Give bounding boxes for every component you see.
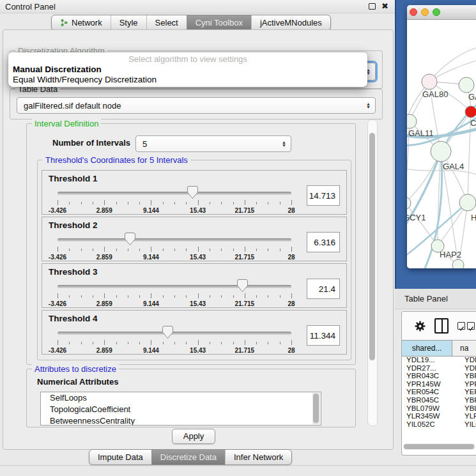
table-row[interactable]: YIL052C YIL0 (402, 420, 476, 428)
table-data-group: Table Data galFiltered.sif default node … (10, 89, 383, 119)
split-columns-icon[interactable] (434, 318, 449, 334)
threshold-slider[interactable]: -3.4262.8599.14415.4321.71528 (58, 234, 291, 259)
table-row[interactable]: YPR145W YPR1 (402, 380, 476, 388)
slider-tick (151, 293, 151, 298)
intervals-combo[interactable]: 5 ▲▼ (135, 135, 291, 152)
thresholds-group: Threshold's Coordinates for 5 Intervals … (37, 160, 351, 360)
close-traffic-light[interactable] (410, 8, 417, 16)
tab-discretize-data[interactable]: Discretize Data (151, 450, 225, 464)
slider-track[interactable] (58, 238, 291, 242)
column-header-shared-name[interactable]: shared... (402, 341, 452, 356)
slider-tick (163, 249, 164, 251)
table-row[interactable]: YBL079W YBL0 (402, 404, 476, 413)
tab-jactivemnodules[interactable]: jActiveMNodules (251, 15, 330, 30)
slider-track[interactable] (58, 285, 291, 288)
threshold-panel: Threshold 4 -3.4262.8599.14415.4321.7152… (42, 310, 347, 355)
threshold-value-input[interactable] (307, 185, 340, 206)
table-row[interactable]: YBR043C YBR0 (402, 372, 476, 380)
tab-style[interactable]: Style (111, 15, 146, 30)
cell-shared-name[interactable]: YBL079W (402, 404, 457, 413)
close-icon[interactable]: ✖ (381, 2, 388, 10)
slider-tick (233, 295, 234, 298)
cell-shared-name[interactable]: YBR045C (402, 396, 457, 404)
slider-thumb[interactable] (125, 233, 135, 248)
attribute-list-item[interactable]: BetweennessCentrality (41, 415, 321, 426)
float-window-icon[interactable] (369, 3, 376, 10)
slider-thumb[interactable] (162, 326, 173, 341)
table-row[interactable]: YLR345W YLR3 (402, 412, 476, 420)
network-node[interactable] (459, 77, 474, 93)
network-node[interactable] (422, 74, 437, 89)
table-row[interactable]: YDR27... YDR2 (402, 364, 476, 372)
zoom-traffic-light[interactable] (433, 8, 440, 16)
slider-tick (233, 249, 234, 251)
cell-shared-name[interactable]: YLR345W (402, 412, 457, 420)
threshold-slider[interactable]: -3.4262.8599.14415.4321.71528 (58, 280, 291, 306)
table-row[interactable]: YDL19... YDL1 (402, 356, 476, 364)
checkbox-icon[interactable] (457, 322, 465, 330)
dropdown-option-manual[interactable]: Manual Discretization (8, 64, 367, 74)
cell-shared-name[interactable]: YPR145W (402, 380, 457, 388)
threshold-value-input[interactable] (307, 232, 340, 252)
tab-infer-network[interactable]: Infer Network (225, 450, 291, 464)
cell-name[interactable]: YIL0 (457, 420, 476, 428)
table-row[interactable]: YBR045C YBR0 (402, 396, 476, 404)
threshold-slider[interactable]: -3.4262.8599.14415.4321.71528 (58, 327, 291, 353)
cell-shared-name[interactable]: YDL19... (402, 356, 457, 364)
slider-tick (268, 202, 268, 204)
network-node[interactable] (407, 197, 411, 210)
table-data-combo[interactable]: galFiltered.sif default node ▲▼ (17, 97, 376, 114)
table-row[interactable]: YER054C YER0 (402, 388, 476, 396)
apply-button[interactable]: Apply (172, 429, 215, 444)
cell-name[interactable]: YDR2 (457, 364, 476, 372)
cell-name[interactable]: YLR3 (457, 412, 476, 420)
table-hscrollbar-thumb[interactable] (404, 444, 474, 449)
slider-tick (280, 202, 280, 204)
cell-shared-name[interactable]: YBR043C (402, 372, 457, 380)
slider-track[interactable] (58, 192, 291, 195)
gear-icon[interactable] (415, 321, 426, 332)
panel-scrollbar-thumb[interactable] (369, 133, 375, 360)
slider-tick (291, 340, 292, 345)
attribute-list-item[interactable]: TopologicalCoefficient (41, 404, 321, 415)
tab-impute-data[interactable]: Impute Data (89, 450, 151, 464)
slider-tick (291, 293, 292, 298)
checkbox-icon[interactable] (467, 322, 475, 330)
slider-tick (69, 202, 70, 204)
slider-tick (163, 342, 164, 344)
threshold-slider[interactable]: -3.4262.8599.14415.4321.71528 (58, 187, 291, 213)
tab-select[interactable]: Select (146, 15, 187, 30)
cell-shared-name[interactable]: YER054C (402, 388, 457, 396)
slider-track[interactable] (58, 332, 291, 335)
cell-name[interactable]: YBL0 (457, 404, 476, 413)
dropdown-option-equal-width[interactable]: Equal Width/Frequency Discretization (8, 74, 367, 84)
threshold-value-input[interactable] (307, 279, 340, 299)
network-node[interactable] (459, 194, 476, 211)
network-window-titlebar (407, 5, 476, 20)
column-header-name[interactable]: na (452, 341, 476, 356)
table-toolbar (402, 312, 476, 340)
cell-name[interactable]: YDL1 (457, 356, 476, 364)
network-canvas[interactable]: GAL80GACGAL11GAL4GCY1HHAP2 (407, 20, 476, 268)
network-node[interactable] (465, 106, 476, 118)
slider-tick (58, 293, 58, 298)
tab-cyni-toolbox[interactable]: Cyni Toolbox (187, 15, 251, 30)
tab-network[interactable]: Network (52, 15, 111, 30)
slider-thumb[interactable] (187, 186, 198, 201)
attribute-list-item[interactable]: SelfLoops (41, 392, 321, 404)
network-node[interactable] (431, 141, 451, 162)
slider-tick (69, 249, 70, 251)
cell-name[interactable]: YBR0 (457, 396, 476, 404)
minimize-traffic-light[interactable] (421, 8, 429, 16)
cell-name[interactable]: YBR0 (457, 372, 476, 380)
cell-shared-name[interactable]: YIL052C (402, 420, 457, 428)
list-scrollbar-thumb[interactable] (313, 394, 319, 423)
slider-thumb[interactable] (237, 279, 248, 295)
slider-tick (291, 247, 292, 252)
cell-name[interactable]: YPR1 (457, 380, 476, 388)
network-node[interactable] (452, 259, 464, 268)
slider-tick (104, 200, 105, 205)
threshold-value-input[interactable] (307, 325, 340, 346)
cell-shared-name[interactable]: YDR27... (402, 364, 457, 372)
cell-name[interactable]: YER0 (457, 388, 476, 396)
